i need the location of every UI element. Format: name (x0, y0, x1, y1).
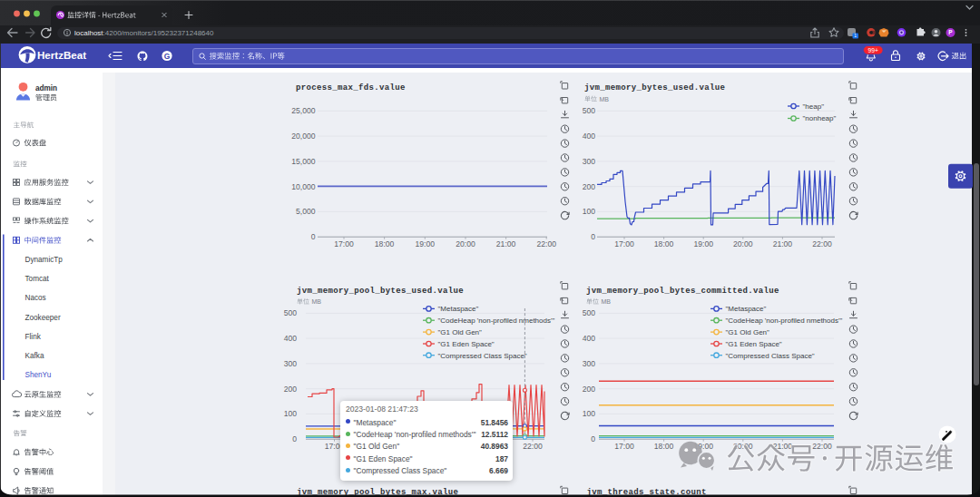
svg-text:"G1 Eden Space": "G1 Eden Space" (726, 340, 782, 348)
svg-text:"G1 Eden Space": "G1 Eden Space" (438, 340, 495, 348)
svg-text:22:00: 22:00 (812, 442, 832, 451)
svg-text:17:00: 17:00 (614, 239, 634, 248)
svg-text:"Compressed Class Space": "Compressed Class Space" (438, 352, 527, 360)
svg-text:"G1 Old Gen": "G1 Old Gen" (438, 328, 483, 336)
svg-text:MB: MB (312, 298, 322, 305)
svg-text:22:00: 22:00 (536, 239, 556, 248)
svg-text:22:00: 22:00 (523, 442, 543, 451)
svg-text:300: 300 (583, 359, 596, 368)
svg-text:process_max_fds.value: process_max_fds.value (296, 83, 406, 93)
svg-text:MB: MB (600, 96, 610, 102)
svg-text:0: 0 (311, 232, 316, 241)
svg-text:G: G (164, 52, 171, 61)
svg-text:300: 300 (583, 157, 596, 166)
svg-text:18:00: 18:00 (654, 442, 674, 451)
svg-text:22:00: 22:00 (812, 239, 832, 248)
svg-text:"Metaspace": "Metaspace" (438, 305, 479, 313)
svg-text:"Metaspace": "Metaspace" (726, 305, 767, 313)
svg-text:400: 400 (583, 132, 596, 141)
svg-text:21:00: 21:00 (773, 239, 793, 248)
svg-text:admin: admin (35, 84, 57, 93)
svg-text:jvm_memory_pool_bytes_used.val: jvm_memory_pool_bytes_used.value (297, 287, 464, 296)
svg-text:500: 500 (284, 308, 298, 317)
svg-text:100: 100 (284, 409, 298, 418)
svg-text:Tomcat: Tomcat (25, 275, 50, 283)
svg-text:jvm_memory_bytes_used.value: jvm_memory_bytes_used.value (584, 83, 725, 93)
svg-text:"heap": "heap" (803, 102, 825, 111)
svg-text:200: 200 (583, 182, 596, 191)
svg-text:100: 100 (583, 207, 596, 216)
svg-text:0: 0 (292, 434, 297, 443)
svg-text:500: 500 (583, 106, 596, 115)
svg-text:ShenYu: ShenYu (25, 371, 52, 379)
svg-text:P: P (948, 29, 953, 35)
svg-text:200: 200 (284, 385, 298, 394)
svg-text:17:00: 17:00 (614, 442, 634, 451)
svg-text:HertzBeat: HertzBeat (37, 49, 86, 61)
svg-text:Flink: Flink (25, 333, 42, 341)
svg-text:DynamicTp: DynamicTp (25, 256, 64, 264)
svg-text:19:00: 19:00 (416, 239, 436, 248)
svg-text:"CodeHeap 'non-profiled nmetho: "CodeHeap 'non-profiled nmethods'" (726, 317, 843, 325)
svg-text:300: 300 (284, 359, 298, 368)
svg-text:0: 0 (591, 434, 595, 443)
svg-text:19:00: 19:00 (693, 239, 713, 248)
svg-text:"G1 Old Gen": "G1 Old Gen" (726, 328, 770, 336)
svg-text:200: 200 (583, 385, 596, 394)
svg-text:400: 400 (284, 334, 298, 343)
svg-text:Kafka: Kafka (25, 352, 44, 360)
svg-text:25,000: 25,000 (291, 106, 316, 115)
svg-text:400: 400 (583, 334, 596, 343)
svg-text:0: 0 (591, 232, 595, 241)
svg-text:20:00: 20:00 (456, 239, 475, 248)
svg-text:1: 1 (854, 34, 857, 38)
svg-text:17:00: 17:00 (334, 239, 354, 248)
svg-text:21:00: 21:00 (496, 239, 516, 248)
svg-text:"Compressed Class Space": "Compressed Class Space" (726, 352, 815, 360)
svg-text:Nacos: Nacos (25, 294, 46, 302)
svg-text:100: 100 (583, 409, 596, 418)
svg-text:"CodeHeap 'non-profiled nmetho: "CodeHeap 'non-profiled nmethods'" (438, 317, 555, 325)
svg-text:"nonheap": "nonheap" (803, 114, 837, 122)
svg-text:18:00: 18:00 (654, 239, 674, 248)
svg-text:MB: MB (602, 298, 612, 305)
svg-text:99+: 99+ (867, 47, 878, 54)
svg-text:10,000: 10,000 (291, 182, 316, 191)
svg-text:18:00: 18:00 (375, 239, 395, 248)
svg-text:Zookeeper: Zookeeper (25, 314, 61, 322)
svg-text:20,000: 20,000 (291, 132, 316, 141)
svg-text:500: 500 (583, 308, 596, 317)
svg-text:15,000: 15,000 (291, 157, 316, 166)
svg-text:localhost:4200/monitors/195232: localhost:4200/monitors/195232371248640 (74, 29, 214, 37)
svg-text:20:00: 20:00 (733, 239, 753, 248)
svg-text:jvm_memory_pool_bytes_committe: jvm_memory_pool_bytes_committed.value (586, 287, 779, 296)
svg-text:5,000: 5,000 (296, 207, 316, 216)
